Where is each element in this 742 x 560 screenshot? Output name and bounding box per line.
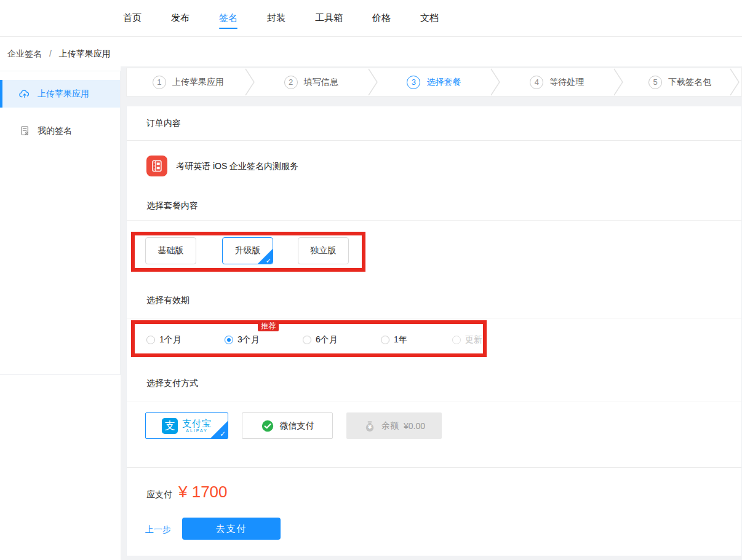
step-2-fill-info: 2 填写信息 [250,68,373,96]
wechat-name: 微信支付 [280,420,314,432]
step-number: 3 [407,76,420,89]
radio-label: 3个月 [237,334,260,345]
section-title-order: 订单内容 [127,106,741,141]
step-label: 上传苹果应用 [172,77,224,88]
payment-option-alipay[interactable]: 支 支付宝 ALIPAY ✓ [145,412,228,439]
nav-item-price[interactable]: 价格 [372,0,391,37]
package-option-basic[interactable]: 基础版 [145,237,196,264]
radio-label: 1个月 [159,334,182,345]
cloud-upload-icon [18,88,31,100]
alipay-name: 支付宝 [182,419,212,428]
radio-icon [381,336,389,344]
section-title-validity: 选择有效期 [127,283,741,318]
chevron-separator-icon [367,68,378,96]
breadcrumb-parent[interactable]: 企业签名 [7,49,42,58]
radio-label: 1年 [394,334,407,345]
package-options-row: 基础版 升级版 ✓ 独立版 [127,221,741,283]
payment-option-balance: ¥ 余额 ¥0.00 [346,412,442,439]
step-label: 选择套餐 [426,77,461,88]
validity-options-row: 推荐 1个月 3个月 6个月 1年 更新 [127,318,741,366]
chevron-separator-icon [729,68,740,96]
breadcrumb-current: 上传苹果应用 [59,49,111,58]
amount-due-label: 应支付 [146,489,172,500]
alipay-logo-icon: 支 [162,418,178,434]
breadcrumb: 企业签名 / 上传苹果应用 [7,49,111,60]
top-navigation: 首页 发布 签名 封装 工具箱 价格 文档 [0,0,742,37]
validity-option-3months[interactable]: 3个月 [225,334,260,345]
sidebar-item-my-signatures[interactable]: 我的签名 [0,117,120,144]
nav-item-sign[interactable]: 签名 [219,0,237,37]
step-label: 下载签名包 [668,77,711,88]
package-option-label: 独立版 [311,245,337,256]
chevron-separator-icon [490,68,501,96]
radio-icon-disabled [452,336,461,344]
step-label: 填写信息 [304,77,338,88]
check-icon: ✓ [266,257,271,264]
radio-icon [303,336,311,344]
previous-step-link[interactable]: 上一步 [145,524,171,535]
chevron-separator-icon [244,68,255,96]
balance-amount: ¥0.00 [404,421,425,431]
money-bag-icon: ¥ [363,419,377,433]
order-panel: 订单内容 考研英语 iOS 企业签名内测服务 选择套餐内容 基础版 升级版 ✓ [126,106,742,556]
section-title-package: 选择套餐内容 [127,191,741,221]
step-number: 1 [153,76,166,89]
validity-option-1month[interactable]: 1个月 [146,334,182,345]
balance-name: 余额 [381,420,399,432]
package-option-label: 升级版 [235,245,261,256]
radio-label: 6个月 [316,334,338,345]
step-number: 2 [284,76,298,89]
step-label: 等待处理 [549,77,584,88]
nav-item-package[interactable]: 封装 [267,0,285,37]
payment-options-row: 支 支付宝 ALIPAY ✓ 微信支付 [127,401,741,468]
radio-label: 更新 [465,334,482,345]
payment-summary: 应支付 ¥ 1700 上一步 去支付 [127,468,741,557]
sidebar-item-upload-app[interactable]: 上传苹果应用 [0,80,120,108]
app-film-icon [146,156,167,176]
sidebar-item-label: 我的签名 [38,125,72,136]
nav-item-publish[interactable]: 发布 [171,0,189,37]
sidebar-item-label: 上传苹果应用 [38,89,89,100]
sidebar: 上传苹果应用 我的签名 [0,71,121,375]
radio-icon-selected [225,336,233,344]
step-1-upload-app: 1 上传苹果应用 [127,68,250,96]
package-option-upgrade[interactable]: 升级版 ✓ [222,237,273,264]
breadcrumb-separator: / [49,49,52,58]
payment-option-wechat[interactable]: 微信支付 [242,412,333,439]
nav-item-home[interactable]: 首页 [123,0,142,37]
amount-due-value: ¥ 1700 [178,483,228,502]
section-title-payment: 选择支付方式 [127,366,741,401]
validity-option-1year[interactable]: 1年 [381,334,407,345]
alipay-subtitle: ALIPAY [186,428,207,433]
wechat-pay-icon [261,419,274,433]
step-number: 5 [648,76,662,89]
package-option-standalone[interactable]: 独立版 [298,237,349,264]
go-pay-button[interactable]: 去支付 [182,518,281,540]
radio-icon [146,336,155,344]
check-icon: ✓ [220,430,226,438]
package-option-label: 基础版 [158,245,184,256]
step-4-wait-processing: 4 等待处理 [495,68,618,96]
recommended-badge: 推荐 [258,321,279,331]
validity-option-renew: 更新 [452,334,482,345]
chevron-separator-icon [613,68,624,96]
signature-doc-icon [18,125,31,137]
validity-option-6months[interactable]: 6个月 [303,334,338,345]
product-name: 考研英语 iOS 企业签名内测服务 [176,161,298,172]
svg-text:¥: ¥ [368,424,372,430]
steps-wizard: 1 上传苹果应用 2 填写信息 3 选择套餐 4 等待处理 5 下载签名包 [126,68,742,97]
step-number: 4 [530,76,543,89]
product-row: 考研英语 iOS 企业签名内测服务 [127,141,741,191]
nav-item-docs[interactable]: 文档 [420,0,439,37]
step-3-select-package: 3 选择套餐 [373,68,496,96]
step-5-download-package: 5 下载签名包 [618,68,741,96]
nav-item-toolbox[interactable]: 工具箱 [315,0,343,37]
